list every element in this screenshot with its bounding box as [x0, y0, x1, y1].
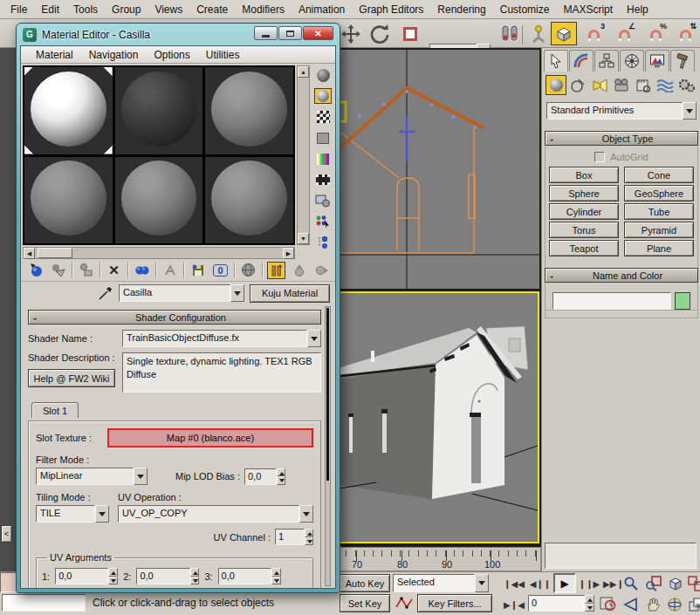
object-name-input[interactable]	[552, 292, 671, 310]
snaps-toggle-icon[interactable]	[551, 22, 577, 45]
primitive-cylinder-button[interactable]: Cylinder	[549, 203, 619, 220]
zoom-extents-icon[interactable]	[665, 574, 684, 592]
zoom-icon[interactable]	[621, 574, 641, 592]
primitive-category-dropdown[interactable]: Standard Primitives	[546, 102, 697, 120]
create-lights-icon[interactable]	[589, 75, 610, 95]
scroll-left-icon[interactable]: ◀	[24, 248, 35, 259]
uv-arg1-spinner[interactable]: 0,0	[55, 568, 118, 584]
object-type-rollout-header[interactable]: - Object Type	[545, 131, 698, 146]
show-map-in-viewport-icon[interactable]	[239, 262, 257, 279]
viewport-front[interactable]	[338, 50, 539, 289]
material-name-dropdown[interactable]: Casilla	[119, 284, 244, 302]
sample-slot[interactable]	[205, 67, 293, 154]
key-mode-toggle-icon[interactable]: ▶❙◀	[503, 597, 525, 612]
tab-display[interactable]	[645, 50, 669, 72]
selection-set-dropdown[interactable]: Selected	[393, 574, 489, 592]
put-to-library-icon[interactable]	[189, 262, 207, 279]
viewport-perspective-active[interactable]	[338, 291, 539, 543]
make-material-copy-icon[interactable]	[133, 262, 151, 279]
current-frame-spinner[interactable]: 0	[528, 595, 594, 612]
shader-name-dropdown[interactable]: TrainBasicObjectDiffuse.fx	[122, 330, 321, 347]
zoom-extents-all-icon[interactable]	[686, 574, 700, 592]
pick-material-eyedropper-icon[interactable]	[98, 285, 113, 301]
make-preview-icon[interactable]	[314, 172, 332, 188]
menu-options[interactable]: Options	[146, 47, 197, 63]
sample-type-icon[interactable]	[314, 67, 332, 83]
combo-arrow-icon[interactable]	[230, 284, 244, 302]
select-and-move-icon[interactable]	[339, 22, 363, 45]
trackbar-scroll-left-button[interactable]: <	[1, 525, 12, 543]
menu-modifiers[interactable]: Modifiers	[235, 1, 292, 18]
create-geometry-icon[interactable]	[546, 75, 566, 95]
scroll-down-icon[interactable]: ▼	[298, 233, 309, 244]
mip-lod-bias-value[interactable]: 0,0	[244, 468, 277, 485]
menu-material[interactable]: Material	[28, 47, 81, 63]
material-id-channel-icon[interactable]: 0	[211, 262, 230, 279]
menu-maxscript[interactable]: MAXScript	[556, 1, 620, 18]
sample-uv-tiling-icon[interactable]	[314, 130, 332, 146]
previous-frame-icon[interactable]: ◀❙❙	[530, 575, 551, 592]
tab-motion[interactable]	[620, 50, 644, 72]
sample-slot[interactable]	[115, 67, 203, 154]
time-configuration-icon[interactable]	[599, 595, 616, 612]
track-bar[interactable]: 70 80 90 100	[336, 547, 541, 571]
show-end-result-icon[interactable]	[267, 262, 285, 279]
pan-hand-icon[interactable]	[643, 595, 662, 613]
maxscript-mini-listener-white[interactable]	[2, 594, 86, 612]
slot1-tab[interactable]: Slot 1	[31, 402, 79, 418]
put-material-to-scene-icon[interactable]	[49, 262, 67, 279]
uv-operation-dropdown[interactable]: UV_OP_COPY	[118, 505, 313, 523]
tab-hierarchy[interactable]	[594, 50, 619, 72]
material-editor-titlebar[interactable]: G Material Editor - Casilla ✕	[17, 24, 340, 45]
sample-slot[interactable]	[24, 157, 113, 244]
menu-utilities[interactable]: Utilities	[198, 47, 248, 63]
reset-map-icon[interactable]: ✕	[105, 262, 123, 279]
tab-create[interactable]	[544, 50, 568, 72]
create-helpers-icon[interactable]	[633, 75, 654, 95]
rollout-scrollbar[interactable]	[325, 306, 331, 586]
primitive-teapot-button[interactable]: Teapot	[549, 240, 619, 256]
primitive-cone-button[interactable]: Cone	[624, 167, 694, 183]
scroll-up-icon[interactable]: ▲	[298, 66, 309, 78]
menu-file[interactable]: File	[3, 1, 34, 18]
key-filters-button[interactable]: Key Filters...	[417, 594, 492, 612]
combo-arrow-icon[interactable]	[475, 574, 489, 592]
material-options-icon[interactable]	[314, 193, 332, 208]
combo-arrow-icon[interactable]	[134, 468, 148, 485]
sample-slot-active[interactable]	[24, 67, 113, 154]
zoom-all-icon[interactable]	[643, 574, 662, 592]
menu-graph-editors[interactable]: Graph Editors	[352, 1, 430, 18]
next-frame-icon[interactable]: ❙❙▶	[579, 575, 600, 592]
material-name-value[interactable]: Casilla	[119, 284, 230, 302]
background-icon[interactable]	[314, 109, 332, 125]
primitive-sphere-button[interactable]: Sphere	[549, 185, 619, 202]
mip-lod-bias-spinner[interactable]: 0,0	[244, 468, 285, 485]
primitive-plane-button[interactable]: Plane	[624, 240, 694, 256]
material-type-button[interactable]: Kuju Material	[250, 284, 330, 303]
menu-navigation[interactable]: Navigation	[81, 47, 147, 63]
scrollbar-thumb[interactable]	[38, 248, 72, 258]
get-material-icon[interactable]	[26, 262, 45, 279]
combo-arrow-icon[interactable]	[299, 505, 313, 523]
angle-snap-icon[interactable]: ∠	[612, 22, 636, 45]
menu-tools[interactable]: Tools	[66, 1, 105, 18]
assign-material-to-selection-icon[interactable]	[77, 262, 95, 279]
tab-utilities[interactable]	[670, 50, 695, 72]
menu-group[interactable]: Group	[105, 1, 148, 18]
primitive-box-button[interactable]: Box	[549, 167, 619, 183]
filter-mode-dropdown[interactable]: MipLinear	[36, 468, 148, 485]
uv-arg3-value[interactable]: 0,0	[218, 568, 271, 584]
current-frame-value[interactable]: 0	[528, 595, 585, 612]
uv-arg1-value[interactable]: 0,0	[55, 568, 108, 584]
menu-customize[interactable]: Customize	[493, 1, 557, 18]
uv-arg2-value[interactable]: 0,0	[136, 568, 189, 584]
create-cameras-icon[interactable]	[611, 75, 632, 95]
select-by-material-icon[interactable]	[314, 214, 332, 229]
spinner-snap-icon[interactable]: ⇅	[673, 22, 697, 45]
slot-texture-map-button[interactable]: Map #0 (blanco.ace)	[107, 428, 313, 448]
sample-horizontal-scrollbar[interactable]: ◀ ▶	[23, 247, 295, 259]
name-color-rollout-header[interactable]: - Name and Color	[545, 268, 698, 283]
help-fw2-wiki-button[interactable]: Help @ FW2 Wiki	[28, 369, 115, 387]
close-button[interactable]: ✕	[303, 26, 333, 40]
sample-vertical-scrollbar[interactable]: ▲ ▼	[297, 65, 310, 245]
